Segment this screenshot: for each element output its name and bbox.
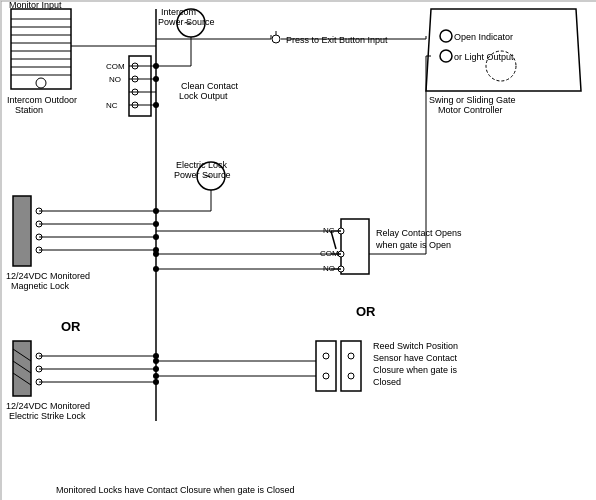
- svg-point-10: [36, 78, 46, 88]
- svg-rect-66: [316, 341, 336, 391]
- svg-text:Magnetic Lock: Magnetic Lock: [11, 281, 70, 291]
- svg-text:Station: Station: [15, 105, 43, 115]
- svg-rect-52: [341, 219, 369, 274]
- svg-text:Monitored Locks have Contact C: Monitored Locks have Contact Closure whe…: [56, 485, 295, 495]
- svg-rect-1: [11, 9, 71, 89]
- svg-text:Closure when gate is: Closure when gate is: [373, 365, 458, 375]
- svg-text:Intercom Outdoor: Intercom Outdoor: [7, 95, 77, 105]
- svg-text:Electric Lock: Electric Lock: [176, 160, 228, 170]
- svg-text:or Light Output: or Light Output: [454, 52, 514, 62]
- svg-rect-35: [13, 196, 31, 266]
- svg-text:Reed Switch Position: Reed Switch Position: [373, 341, 458, 351]
- svg-text:OR: OR: [356, 304, 376, 319]
- svg-point-118: [153, 373, 159, 379]
- svg-text:Swing or Sliding Gate: Swing or Sliding Gate: [429, 95, 516, 105]
- svg-point-101: [153, 234, 159, 240]
- svg-text:Power Source: Power Source: [174, 170, 231, 180]
- svg-point-122: [153, 76, 159, 82]
- svg-point-70: [323, 373, 329, 379]
- svg-text:Electric Strike Lock: Electric Strike Lock: [9, 411, 86, 421]
- svg-text:12/24VDC Monitored: 12/24VDC Monitored: [6, 271, 90, 281]
- svg-text:NC: NC: [106, 101, 118, 110]
- svg-text:Power Source: Power Source: [158, 17, 215, 27]
- svg-text:when gate is Open: when gate is Open: [375, 240, 451, 250]
- svg-point-68: [323, 353, 329, 359]
- svg-point-76: [440, 30, 452, 42]
- svg-point-106: [153, 366, 159, 372]
- svg-rect-67: [341, 341, 361, 391]
- svg-text:Press to Exit Button Input: Press to Exit Button Input: [286, 35, 388, 45]
- svg-text:Closed: Closed: [373, 377, 401, 387]
- svg-point-126: [153, 266, 159, 272]
- svg-text:Motor Controller: Motor Controller: [438, 105, 503, 115]
- svg-text:NO: NO: [109, 75, 121, 84]
- svg-text:COM: COM: [106, 62, 125, 71]
- svg-point-107: [153, 379, 159, 385]
- svg-text:Sensor have Contact: Sensor have Contact: [373, 353, 458, 363]
- svg-text:Clean Contact: Clean Contact: [181, 81, 239, 91]
- svg-point-123: [153, 102, 159, 108]
- svg-text:Monitor Input: Monitor Input: [9, 1, 62, 10]
- svg-point-78: [440, 50, 452, 62]
- svg-rect-43: [13, 341, 31, 396]
- svg-text:OR: OR: [61, 319, 81, 334]
- svg-point-71: [348, 373, 354, 379]
- svg-point-124: [153, 221, 159, 227]
- svg-text:Lock Output: Lock Output: [179, 91, 228, 101]
- svg-point-69: [348, 353, 354, 359]
- svg-point-125: [153, 247, 159, 253]
- diagram-container: Intercom Outdoor Station Monitor Input ~…: [0, 0, 596, 500]
- svg-text:Relay Contact Opens: Relay Contact Opens: [376, 228, 462, 238]
- svg-point-18: [272, 35, 280, 43]
- svg-point-117: [153, 358, 159, 364]
- svg-text:Open Indicator: Open Indicator: [454, 32, 513, 42]
- svg-text:12/24VDC Monitored: 12/24VDC Monitored: [6, 401, 90, 411]
- svg-text:Intercom: Intercom: [161, 7, 196, 17]
